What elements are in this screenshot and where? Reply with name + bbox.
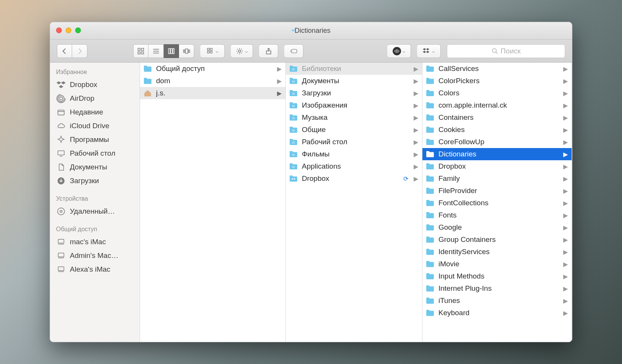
- list-item[interactable]: com.apple.internal.ck▶: [422, 99, 572, 111]
- view-list-button[interactable]: [148, 44, 164, 58]
- sidebar-item[interactable]: Alexa's iMac: [50, 263, 140, 276]
- chevron-right-icon: ▶: [414, 151, 418, 158]
- sidebar-item[interactable]: Документы: [50, 160, 140, 174]
- titlebar[interactable]: Dictionaries: [50, 22, 572, 40]
- chevron-left-icon: [61, 47, 68, 55]
- item-label: Group Containers: [438, 235, 559, 244]
- sidebar-item[interactable]: mac's iMac: [50, 235, 140, 249]
- list-item[interactable]: Dropbox⟳▶: [286, 172, 422, 185]
- list-item[interactable]: IdentityServices▶: [422, 246, 572, 258]
- svg-rect-57: [292, 117, 295, 119]
- sidebar-item[interactable]: Загрузки: [50, 174, 140, 188]
- svg-rect-92: [426, 189, 434, 194]
- list-item[interactable]: FontCollections▶: [422, 197, 572, 209]
- chevron-right-icon: ▶: [563, 90, 568, 97]
- sync-icon: ⟳: [403, 175, 408, 182]
- column[interactable]: CallServices▶ColorPickers▶Colors▶com.app…: [422, 63, 572, 342]
- list-item[interactable]: dom▶: [140, 75, 285, 87]
- tags-button[interactable]: [284, 44, 303, 58]
- list-item[interactable]: ColorPickers▶: [422, 75, 572, 87]
- sidebar[interactable]: ИзбранноеDropboxAirDropНедавниеiCloud Dr…: [50, 63, 140, 342]
- sidebar-item[interactable]: iCloud Drive: [50, 119, 140, 133]
- list-item[interactable]: Keyboard▶: [422, 307, 572, 319]
- column[interactable]: Общий доступ▶dom▶j.s.▶: [140, 63, 286, 342]
- list-item[interactable]: Загрузки▶: [286, 87, 422, 99]
- list-item[interactable]: Applications▶: [286, 160, 422, 172]
- back-button[interactable]: [57, 44, 72, 58]
- list-item[interactable]: j.s.▶: [140, 87, 285, 99]
- list-item[interactable]: Internet Plug-Ins▶: [422, 282, 572, 295]
- svg-point-21: [492, 48, 496, 53]
- svg-point-32: [60, 210, 62, 213]
- sidebar-item-label: Рабочий стол: [70, 149, 115, 158]
- list-item[interactable]: iTunes▶: [422, 295, 572, 307]
- arrange-button[interactable]: ⌵: [200, 44, 225, 58]
- sidebar-item-label: Недавние: [70, 108, 103, 116]
- list-item[interactable]: CoreFollowUp▶: [422, 136, 572, 148]
- zoom-button[interactable]: [75, 27, 81, 33]
- search-field[interactable]: Поиск: [447, 44, 565, 58]
- svg-rect-104: [426, 262, 434, 267]
- close-button[interactable]: [56, 27, 62, 33]
- tag-icon: [290, 47, 298, 55]
- svg-rect-93: [426, 188, 429, 190]
- list-item[interactable]: Dropbox▶: [422, 160, 572, 172]
- view-column-button[interactable]: [164, 44, 179, 58]
- item-label: Colors: [438, 89, 559, 97]
- forward-button[interactable]: [72, 44, 87, 58]
- view-gallery-button[interactable]: [179, 44, 194, 58]
- svg-rect-45: [292, 68, 295, 70]
- list-item[interactable]: Containers▶: [422, 111, 572, 124]
- view-icon-button[interactable]: [133, 44, 148, 58]
- sidebar-section-header: Устройства: [50, 192, 140, 205]
- list-item[interactable]: Музыка▶: [286, 111, 422, 124]
- list-item[interactable]: Документы▶: [286, 75, 422, 87]
- share-button[interactable]: [259, 44, 278, 58]
- minimize-button[interactable]: [66, 27, 71, 33]
- list-item[interactable]: Fonts▶: [422, 209, 572, 221]
- sidebar-item[interactable]: Admin's Mac…: [50, 249, 140, 263]
- dropbox-toolbar-button[interactable]: ⌵: [417, 44, 441, 58]
- sidebar-item[interactable]: Программы: [50, 133, 140, 147]
- svg-rect-97: [426, 212, 429, 214]
- list-item[interactable]: Фильмы▶: [286, 148, 422, 160]
- view-mode-buttons: [133, 44, 194, 58]
- action-button[interactable]: ⌵: [231, 44, 253, 58]
- list-item[interactable]: Рабочий стол▶: [286, 136, 422, 148]
- list-item[interactable]: Общие▶: [286, 124, 422, 136]
- svg-rect-88: [426, 164, 434, 170]
- list-item[interactable]: Group Containers▶: [422, 234, 572, 246]
- window-title: Dictionaries: [295, 27, 330, 35]
- item-label: Общие: [302, 126, 410, 134]
- list-item[interactable]: Библиотеки▶: [286, 63, 422, 75]
- item-label: IdentityServices: [438, 248, 559, 256]
- item-label: Dropbox: [302, 174, 400, 183]
- list-item[interactable]: Dictionaries▶: [422, 148, 572, 160]
- list-icon: [152, 47, 160, 55]
- sidebar-item[interactable]: Рабочий стол: [50, 147, 140, 160]
- svg-rect-100: [426, 238, 434, 243]
- list-item[interactable]: CallServices▶: [422, 63, 572, 75]
- sidebar-item[interactable]: Удаленный…: [50, 205, 140, 218]
- svg-rect-60: [292, 129, 295, 131]
- item-label: ColorPickers: [438, 77, 559, 85]
- folder-icon: [425, 199, 435, 207]
- sidebar-item[interactable]: Недавние: [50, 105, 140, 119]
- quicklook-button[interactable]: ⌵: [387, 44, 411, 58]
- list-item[interactable]: Cookies▶: [422, 124, 572, 136]
- list-item[interactable]: Colors▶: [422, 87, 572, 99]
- sidebar-item[interactable]: Dropbox: [50, 78, 140, 92]
- dropbox-icon: [56, 81, 66, 89]
- column[interactable]: Библиотеки▶Документы▶Загрузки▶Изображени…: [286, 63, 422, 342]
- sidebar-item[interactable]: AirDrop: [50, 92, 140, 105]
- list-item[interactable]: FileProvider▶: [422, 185, 572, 197]
- svg-rect-65: [290, 151, 293, 153]
- list-item[interactable]: iMovie▶: [422, 258, 572, 270]
- list-item[interactable]: Google▶: [422, 221, 572, 234]
- list-item[interactable]: Изображения▶: [286, 99, 422, 111]
- list-item[interactable]: Family▶: [422, 172, 572, 185]
- list-item[interactable]: Общий доступ▶: [140, 63, 285, 75]
- list-item[interactable]: Input Methods▶: [422, 270, 572, 282]
- item-label: Dropbox: [438, 162, 559, 171]
- sidebar-item-label: iCloud Drive: [70, 122, 109, 130]
